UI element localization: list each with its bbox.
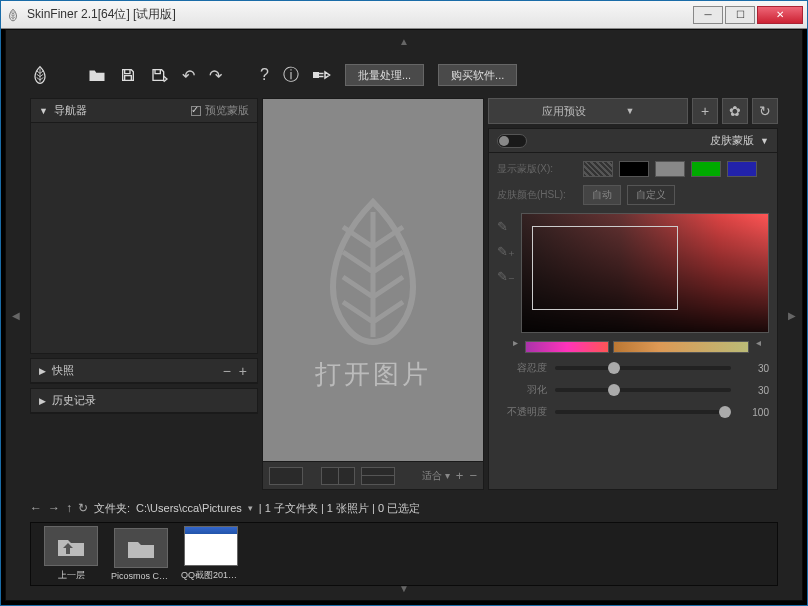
- collapse-left-icon[interactable]: ◀: [12, 310, 20, 321]
- history-title: 历史记录: [52, 393, 249, 408]
- snapshot-header[interactable]: ▶ 快照 − +: [31, 359, 257, 383]
- minimize-button[interactable]: ─: [693, 6, 723, 24]
- preview-mask-checkbox[interactable]: [191, 106, 201, 116]
- hsl-custom-tab[interactable]: 自定义: [627, 185, 675, 205]
- color-selection-rect[interactable]: [532, 226, 678, 310]
- eyedropper-add-icon[interactable]: ✎₊: [497, 244, 515, 259]
- chevron-right-icon: ▶: [39, 396, 46, 406]
- snapshot-title: 快照: [52, 363, 223, 378]
- snapshot-controls[interactable]: − +: [223, 363, 249, 379]
- info-icon[interactable]: ⓘ: [283, 65, 299, 86]
- mask-swatch-black[interactable]: [619, 161, 649, 177]
- hue-bar[interactable]: [525, 341, 749, 353]
- mask-swatch-none[interactable]: [583, 161, 613, 177]
- opacity-label: 不透明度: [497, 405, 547, 419]
- canvas-controls: 适合 ▾ + −: [263, 461, 483, 489]
- chevron-right-icon: ▶: [39, 366, 46, 376]
- window-title: SkinFiner 2.1[64位] [试用版]: [27, 6, 176, 23]
- add-preset-button[interactable]: +: [692, 98, 718, 124]
- app-body: ▲ ◀ ▶ ▼ ↶ ↷ ? ⓘ 批量处理...: [5, 29, 803, 601]
- folder-path[interactable]: C:\Users\cca\Pictures: [136, 502, 242, 514]
- preset-row: 应用预设▼ + ✿ ↻: [488, 98, 778, 124]
- plugin-icon[interactable]: [313, 68, 331, 82]
- skin-mask-title: 皮肤蒙版: [710, 133, 754, 148]
- thumb-image[interactable]: QQ截图20170...: [181, 526, 241, 582]
- up-folder-icon: [44, 526, 98, 566]
- navigator-body: [31, 123, 257, 353]
- skin-mask-toggle[interactable]: [497, 134, 527, 148]
- batch-process-button[interactable]: 批量处理...: [345, 64, 424, 86]
- save-as-icon[interactable]: [150, 67, 168, 83]
- help-icon[interactable]: ?: [260, 66, 269, 84]
- tolerance-slider[interactable]: [555, 366, 731, 370]
- redo-icon[interactable]: ↷: [209, 66, 222, 85]
- thumb-up-folder[interactable]: 上一层: [41, 526, 101, 582]
- mask-swatch-green[interactable]: [691, 161, 721, 177]
- maximize-button[interactable]: ☐: [725, 6, 755, 24]
- save-icon[interactable]: [120, 67, 136, 83]
- eyedropper-icon[interactable]: ✎: [497, 219, 515, 234]
- close-button[interactable]: ✕: [757, 6, 803, 24]
- main-toolbar: ↶ ↷ ? ⓘ 批量处理... 购买软件...: [30, 62, 778, 88]
- preset-settings-button[interactable]: ✿: [722, 98, 748, 124]
- apply-preset-select[interactable]: 应用预设▼: [488, 98, 688, 124]
- thumb-folder[interactable]: Picosmos Cap...: [111, 528, 171, 581]
- titlebar: SkinFiner 2.1[64位] [试用版] ─ ☐ ✕: [1, 1, 807, 29]
- feather-label: 羽化: [497, 383, 547, 397]
- svg-rect-0: [313, 72, 319, 78]
- snapshot-panel: ▶ 快照 − +: [30, 358, 258, 384]
- app-icon: [5, 7, 21, 23]
- chevron-down-icon: ▼: [760, 136, 769, 146]
- hsl-auto-tab[interactable]: 自动: [583, 185, 621, 205]
- placeholder-leaf-icon: [313, 197, 433, 349]
- history-header[interactable]: ▶ 历史记录: [31, 389, 257, 413]
- skin-mask-header[interactable]: 皮肤蒙版 ▼: [489, 129, 777, 153]
- zoom-out-icon[interactable]: −: [469, 468, 477, 483]
- feather-value: 30: [739, 385, 769, 396]
- image-thumbnail: [184, 526, 238, 566]
- skin-color-label: 皮肤颜色(HSL):: [497, 188, 577, 202]
- skin-mask-panel: 皮肤蒙版 ▼ 显示蒙版(X): 皮肤颜色(HSL: [488, 128, 778, 490]
- collapse-top-icon[interactable]: ▲: [399, 36, 409, 47]
- open-image-label: 打开图片: [315, 357, 431, 392]
- view-split-h-button[interactable]: [321, 467, 355, 485]
- zoom-select[interactable]: 适合 ▾: [422, 469, 450, 483]
- right-column: 应用预设▼ + ✿ ↻ 皮肤蒙版 ▼ 显示蒙版(X):: [488, 98, 778, 490]
- collapse-right-icon[interactable]: ▶: [788, 310, 796, 321]
- buy-software-button[interactable]: 购买软件...: [438, 64, 517, 86]
- mask-swatch-gray[interactable]: [655, 161, 685, 177]
- navigator-panel: ▼ 导航器 预览蒙版: [30, 98, 258, 354]
- open-folder-icon[interactable]: [88, 67, 106, 83]
- tolerance-label: 容忍度: [497, 361, 547, 375]
- preset-refresh-button[interactable]: ↻: [752, 98, 778, 124]
- opacity-slider[interactable]: [555, 410, 731, 414]
- folder-icon: [114, 528, 168, 568]
- feather-slider[interactable]: [555, 388, 731, 392]
- zoom-in-icon[interactable]: +: [456, 468, 464, 483]
- path-bar: ← → ↑ ↻ 文件夹: C:\Users\cca\Pictures ▾ | 1…: [30, 498, 778, 518]
- filmstrip: 上一层 Picosmos Cap... QQ截图20170...: [30, 522, 778, 586]
- color-picker-area[interactable]: [521, 213, 769, 333]
- view-single-button[interactable]: [269, 467, 303, 485]
- mask-swatch-blue[interactable]: [727, 161, 757, 177]
- left-column: ▼ 导航器 预览蒙版 ▶ 快照 − + ▶ 历史记: [30, 98, 258, 490]
- navigator-title: 导航器: [54, 103, 191, 118]
- preview-mask-label: 预览蒙版: [205, 103, 249, 118]
- opacity-value: 100: [739, 407, 769, 418]
- nav-refresh-icon[interactable]: ↻: [78, 501, 88, 515]
- history-panel: ▶ 历史记录: [30, 388, 258, 414]
- folder-dropdown-icon[interactable]: ▾: [248, 503, 253, 513]
- navigator-header[interactable]: ▼ 导航器 预览蒙版: [31, 99, 257, 123]
- main-area: ▼ 导航器 预览蒙版 ▶ 快照 − + ▶ 历史记: [30, 98, 778, 490]
- folder-label: 文件夹:: [94, 501, 130, 516]
- undo-icon[interactable]: ↶: [182, 66, 195, 85]
- nav-up-icon[interactable]: ↑: [66, 501, 72, 515]
- tolerance-value: 30: [739, 363, 769, 374]
- chevron-down-icon: ▼: [39, 106, 48, 116]
- eyedropper-sub-icon[interactable]: ✎₋: [497, 269, 515, 284]
- nav-fwd-icon[interactable]: →: [48, 501, 60, 515]
- folder-stats: | 1 子文件夹 | 1 张照片 | 0 已选定: [259, 501, 420, 516]
- canvas-area[interactable]: 打开图片 适合 ▾ + −: [262, 98, 484, 490]
- view-split-v-button[interactable]: [361, 467, 395, 485]
- nav-back-icon[interactable]: ←: [30, 501, 42, 515]
